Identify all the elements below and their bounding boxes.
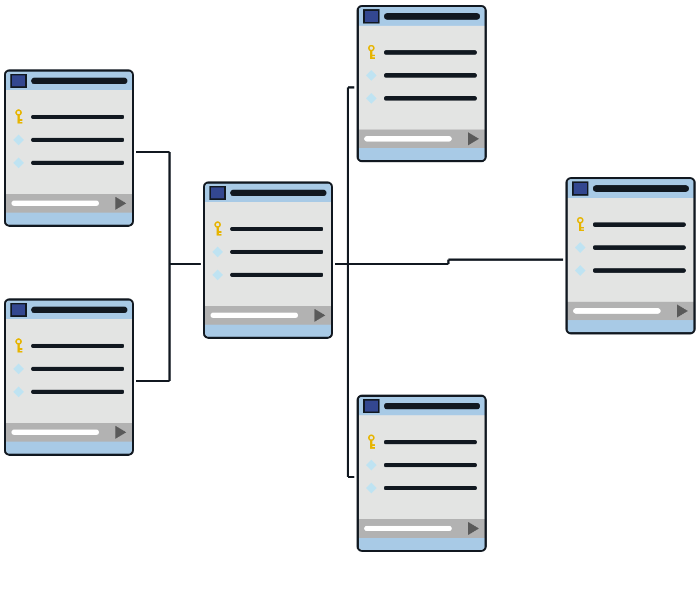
table-titlebar	[6, 301, 132, 319]
primary-key-icon	[368, 45, 375, 60]
title-color-chip	[363, 399, 380, 413]
primary-key-icon	[214, 221, 221, 237]
table-card[interactable]	[357, 395, 487, 552]
footer-bar	[11, 201, 99, 206]
field-icon	[366, 460, 377, 471]
title-color-chip	[363, 9, 380, 24]
field-icon	[212, 269, 223, 280]
table-card[interactable]	[565, 177, 696, 334]
field-icon	[575, 242, 586, 253]
field-icon	[366, 93, 377, 104]
column-row	[14, 151, 124, 174]
table-columns	[6, 319, 132, 403]
table-card[interactable]	[357, 5, 487, 162]
primary-key-icon	[368, 434, 375, 450]
column-row	[14, 105, 124, 128]
column-name-placeholder	[31, 138, 124, 142]
column-name-placeholder	[31, 115, 124, 119]
field-icon	[13, 363, 24, 374]
play-icon[interactable]	[115, 426, 126, 439]
field-icon	[366, 483, 377, 494]
table-footer	[6, 194, 132, 225]
title-color-chip	[209, 186, 226, 200]
play-icon[interactable]	[468, 522, 479, 535]
column-row	[14, 128, 124, 151]
title-color-chip	[10, 74, 27, 88]
field-icon	[13, 134, 24, 145]
table-columns	[6, 90, 132, 174]
table-name-placeholder	[31, 78, 127, 84]
column-name-placeholder	[31, 161, 124, 165]
table-card[interactable]	[4, 298, 134, 456]
play-icon[interactable]	[115, 197, 126, 210]
table-card[interactable]	[4, 69, 134, 227]
table-name-placeholder	[31, 307, 127, 313]
primary-key-icon	[576, 217, 584, 232]
title-color-chip	[572, 181, 588, 196]
title-color-chip	[10, 303, 27, 317]
field-icon	[575, 265, 586, 276]
table-titlebar	[6, 72, 132, 90]
play-icon[interactable]	[468, 132, 479, 145]
primary-key-icon	[15, 338, 22, 354]
field-icon	[366, 70, 377, 81]
field-icon	[13, 386, 24, 397]
play-icon[interactable]	[314, 309, 325, 322]
primary-key-icon	[15, 109, 22, 125]
table-card[interactable]	[203, 181, 333, 339]
field-icon	[13, 157, 24, 168]
schema-diagram	[0, 0, 700, 611]
play-icon[interactable]	[677, 304, 688, 318]
field-icon	[212, 246, 223, 257]
